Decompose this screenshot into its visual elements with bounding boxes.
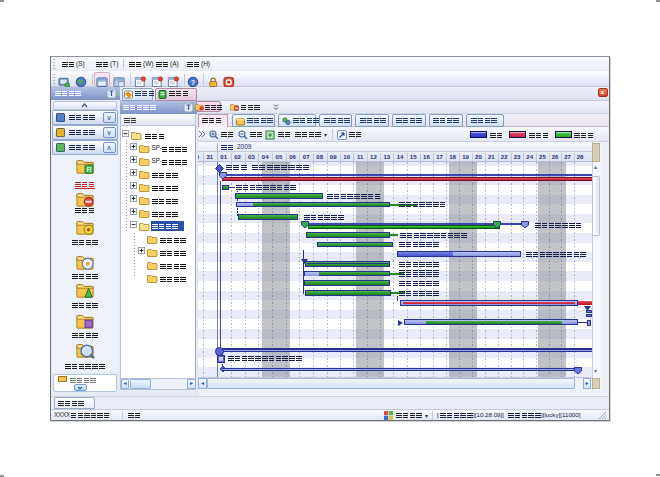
- svg-text:R: R: [86, 165, 91, 174]
- svg-text:?: ?: [191, 77, 196, 86]
